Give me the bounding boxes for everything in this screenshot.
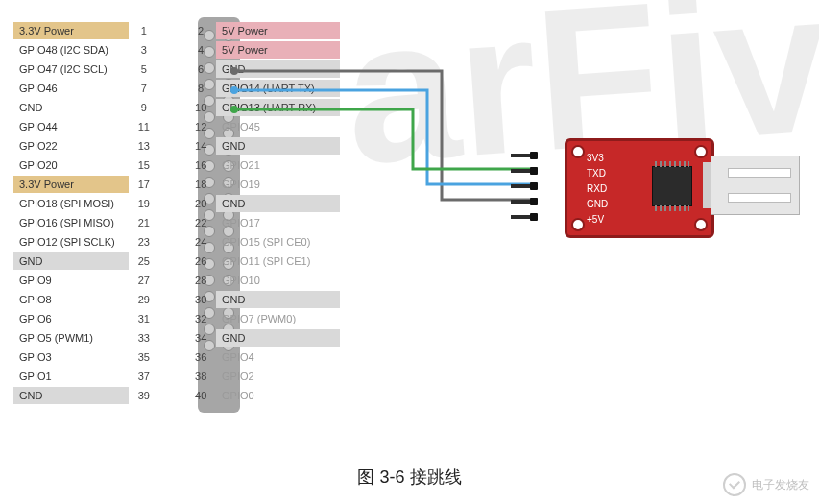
module-pin-label: GND — [587, 197, 608, 212]
pin-number-left: 37 — [134, 371, 154, 382]
module-pin-header — [511, 148, 536, 225]
pin-row: GND2526GPIO11 (SPI CE1) — [13, 252, 340, 271]
pin-label-left: GPIO3 — [13, 348, 129, 366]
uart-ic-chip — [652, 166, 692, 206]
usb-slot — [728, 193, 791, 203]
pin-label-right: GND — [216, 329, 340, 347]
pin-number-right: 2 — [191, 25, 210, 36]
pin-label-left: GPIO46 — [13, 80, 129, 97]
pin-label-left: GPIO47 (I2C SCL) — [13, 60, 129, 78]
pin-number-left: 9 — [134, 102, 154, 113]
pin-label-left: GPIO5 (PWM1) — [13, 329, 129, 347]
module-pin-metal — [511, 169, 536, 173]
pin-number-right: 40 — [191, 390, 210, 401]
pin-number-right: 10 — [191, 102, 210, 113]
pin-label-right: GPIO7 (PWM0) — [216, 310, 340, 327]
pin-label-left: GPIO6 — [13, 310, 129, 327]
pin-label-left: GPIO1 — [13, 368, 129, 385]
pin-row: GPIO5 (PWM1)3334GND — [13, 328, 340, 348]
pin-row: GPIO82930GND — [13, 290, 340, 309]
pinout-diagram: arFiv 3.3V Power125V PowerGPIO48 (I2C SD… — [0, 0, 819, 504]
pin-row: GPIO12 (SPI SCLK)2324GPIO15 (SPI CE0) — [13, 232, 340, 252]
pin-label-left: GPIO22 — [13, 137, 129, 155]
module-pin-label: TXD — [587, 166, 608, 181]
pin-number-left: 23 — [134, 236, 154, 248]
pin-number-right: 16 — [191, 159, 210, 171]
pin-row: GPIO441112GPIO45 — [13, 117, 340, 136]
pin-number-right: 38 — [191, 371, 210, 382]
pin-label-left: GPIO20 — [13, 156, 129, 174]
pin-label-right: GPIO14 (UART TX) — [216, 80, 340, 97]
mount-hole — [694, 218, 708, 231]
module-pin-labels: 3V3TXDRXDGND+5V — [587, 151, 608, 228]
pin-label-left: GPIO12 (SPI SCLK) — [13, 233, 129, 251]
pin-label-left: GPIO18 (SPI MOSI) — [13, 195, 129, 212]
pin-number-left: 35 — [134, 351, 154, 363]
pin-row: GPIO63132GPIO7 (PWM0) — [13, 309, 340, 328]
pin-number-right: 22 — [191, 217, 210, 228]
pin-label-right: GPIO15 (SPI CE0) — [216, 233, 340, 251]
pin-label-right: 5V Power — [216, 41, 340, 59]
pin-number-left: 13 — [134, 140, 154, 152]
pin-row: GPIO47 (I2C SCL)56GND — [13, 60, 340, 79]
pin-number-right: 24 — [191, 236, 210, 248]
module-pin — [511, 209, 536, 225]
pin-label-left: GPIO16 (SPI MISO) — [13, 214, 129, 231]
pin-number-left: 3 — [134, 44, 154, 56]
pin-number-right: 18 — [191, 179, 210, 190]
pin-row: GPIO16 (SPI MISO)2122GPIO17 — [13, 213, 340, 232]
pin-row: GPIO18 (SPI MOSI)1920GND — [13, 194, 340, 213]
pin-number-left: 17 — [134, 179, 154, 190]
pin-number-left: 11 — [134, 121, 154, 132]
pin-label-right: GPIO0 — [216, 387, 340, 404]
site-watermark-text: 电子发烧友 — [752, 477, 809, 493]
pin-number-left: 1 — [134, 25, 154, 36]
pin-label-right: GPIO4 — [216, 348, 340, 366]
pin-number-right: 4 — [191, 44, 210, 56]
figure-caption: 图 3-6 接跳线 — [0, 466, 819, 489]
pin-label-right: GPIO13 (UART RX) — [216, 99, 340, 116]
pin-label-left: GPIO44 — [13, 118, 129, 135]
pin-row: GPIO48 (I2C SDA)345V Power — [13, 40, 340, 60]
pin-row: GPIO33536GPIO4 — [13, 348, 340, 367]
pin-label-area: 3.3V Power125V PowerGPIO48 (I2C SDA)345V… — [13, 21, 340, 405]
pin-label-right: GPIO45 — [216, 118, 340, 135]
pin-label-right: GND — [216, 195, 340, 212]
pin-label-right: 5V Power — [216, 22, 340, 39]
pin-label-left: GND — [13, 252, 129, 270]
pin-number-left: 27 — [134, 275, 154, 286]
pin-label-left: 3.3V Power — [13, 22, 129, 39]
pin-row: GPIO13738GPIO2 — [13, 367, 340, 386]
pin-label-right: GND — [216, 291, 340, 308]
site-watermark-icon — [723, 473, 746, 496]
module-pin-label: +5V — [587, 212, 608, 228]
usb-slot — [728, 168, 791, 178]
pin-row: GPIO221314GND — [13, 136, 340, 156]
pin-label-right: GND — [216, 137, 340, 155]
module-pin — [511, 179, 536, 194]
pin-number-right: 36 — [191, 351, 210, 363]
pin-number-right: 30 — [191, 294, 210, 305]
site-watermark: 电子发烧友 — [723, 473, 809, 496]
pin-row: 3.3V Power125V Power — [13, 21, 340, 40]
mount-hole — [694, 145, 708, 158]
mount-hole — [571, 218, 585, 231]
mount-hole — [571, 145, 585, 158]
module-pin — [511, 148, 536, 163]
pin-row: GPIO201516GPIO21 — [13, 156, 340, 175]
module-pin-metal — [511, 154, 536, 157]
pin-label-left: 3.3V Power — [13, 176, 129, 193]
usb-uart-module: 3V3TXDRXDGND+5V — [538, 138, 801, 232]
module-pcb: 3V3TXDRXDGND+5V — [565, 138, 714, 238]
pin-row: GPIO4678GPIO14 (UART TX) — [13, 79, 340, 98]
pin-row: 3.3V Power1718GPIO19 — [13, 175, 340, 194]
pin-label-right: GPIO17 — [216, 214, 340, 231]
pin-number-left: 7 — [134, 83, 154, 94]
pin-number-right: 28 — [191, 275, 210, 286]
pin-label-left: GPIO9 — [13, 272, 129, 289]
pin-number-left: 33 — [134, 332, 154, 344]
pin-label-left: GND — [13, 387, 129, 404]
pin-number-left: 21 — [134, 217, 154, 228]
pin-label-left: GPIO8 — [13, 291, 129, 308]
pin-number-left: 19 — [134, 198, 154, 209]
